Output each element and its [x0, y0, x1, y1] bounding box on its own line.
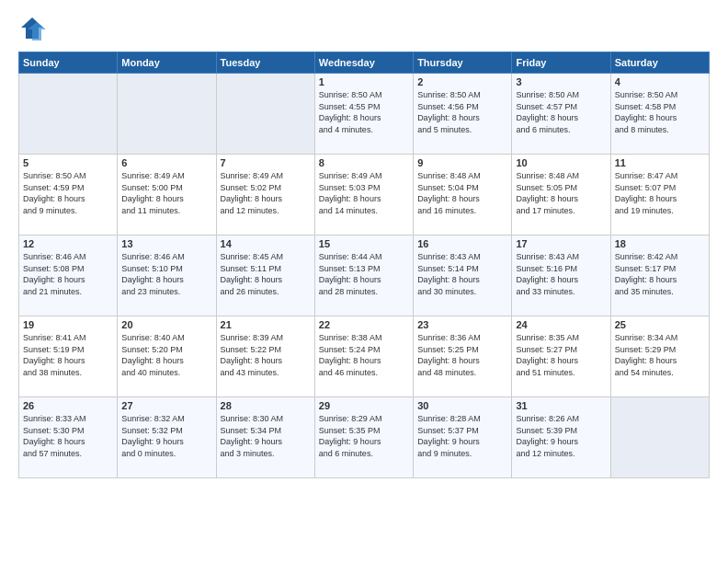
day-number: 13: [121, 238, 211, 249]
week-row-2: 12Sunrise: 8:46 AM Sunset: 5:08 PM Dayli…: [19, 236, 710, 316]
header: [18, 15, 710, 42]
day-cell: [216, 74, 314, 155]
header-cell-tuesday: Tuesday: [216, 52, 314, 74]
day-cell: 6Sunrise: 8:49 AM Sunset: 5:00 PM Daylig…: [118, 155, 216, 236]
day-number: 17: [516, 238, 606, 249]
day-info: Sunrise: 8:43 AM Sunset: 5:16 PM Dayligh…: [516, 251, 606, 297]
day-info: Sunrise: 8:45 AM Sunset: 5:11 PM Dayligh…: [221, 251, 311, 297]
day-cell: 15Sunrise: 8:44 AM Sunset: 5:13 PM Dayli…: [314, 236, 413, 316]
day-cell: 17Sunrise: 8:43 AM Sunset: 5:16 PM Dayli…: [512, 236, 610, 316]
day-info: Sunrise: 8:29 AM Sunset: 5:35 PM Dayligh…: [319, 413, 409, 459]
day-cell: [118, 74, 216, 155]
day-number: 1: [319, 76, 409, 87]
header-row: SundayMondayTuesdayWednesdayThursdayFrid…: [19, 52, 710, 74]
day-info: Sunrise: 8:48 AM Sunset: 5:04 PM Dayligh…: [417, 170, 507, 216]
day-cell: 7Sunrise: 8:49 AM Sunset: 5:02 PM Daylig…: [216, 155, 314, 236]
day-number: 16: [417, 238, 507, 249]
day-info: Sunrise: 8:38 AM Sunset: 5:24 PM Dayligh…: [319, 332, 409, 378]
day-info: Sunrise: 8:36 AM Sunset: 5:25 PM Dayligh…: [417, 332, 507, 378]
day-cell: 28Sunrise: 8:30 AM Sunset: 5:34 PM Dayli…: [216, 397, 314, 478]
day-number: 19: [23, 319, 113, 330]
day-info: Sunrise: 8:42 AM Sunset: 5:17 PM Dayligh…: [615, 251, 705, 297]
day-info: Sunrise: 8:35 AM Sunset: 5:27 PM Dayligh…: [516, 332, 606, 378]
day-info: Sunrise: 8:50 AM Sunset: 4:59 PM Dayligh…: [23, 170, 113, 216]
day-info: Sunrise: 8:44 AM Sunset: 5:13 PM Dayligh…: [319, 251, 409, 297]
day-number: 20: [121, 319, 211, 330]
day-info: Sunrise: 8:50 AM Sunset: 4:55 PM Dayligh…: [319, 89, 409, 135]
day-number: 25: [615, 319, 705, 330]
day-number: 9: [417, 157, 507, 168]
day-cell: 19Sunrise: 8:41 AM Sunset: 5:19 PM Dayli…: [19, 316, 118, 397]
week-row-3: 19Sunrise: 8:41 AM Sunset: 5:19 PM Dayli…: [19, 316, 710, 397]
day-number: 15: [319, 238, 409, 249]
day-info: Sunrise: 8:26 AM Sunset: 5:39 PM Dayligh…: [516, 413, 606, 459]
day-info: Sunrise: 8:34 AM Sunset: 5:29 PM Dayligh…: [615, 332, 705, 378]
day-cell: 27Sunrise: 8:32 AM Sunset: 5:32 PM Dayli…: [118, 397, 216, 478]
day-info: Sunrise: 8:50 AM Sunset: 4:56 PM Dayligh…: [417, 89, 507, 135]
day-number: 21: [221, 319, 311, 330]
day-cell: 9Sunrise: 8:48 AM Sunset: 5:04 PM Daylig…: [414, 155, 512, 236]
day-number: 29: [319, 400, 409, 411]
logo: [18, 15, 50, 42]
header-cell-thursday: Thursday: [414, 52, 512, 74]
day-cell: 1Sunrise: 8:50 AM Sunset: 4:55 PM Daylig…: [314, 74, 413, 155]
week-row-1: 5Sunrise: 8:50 AM Sunset: 4:59 PM Daylig…: [19, 155, 710, 236]
day-cell: 11Sunrise: 8:47 AM Sunset: 5:07 PM Dayli…: [610, 155, 709, 236]
day-info: Sunrise: 8:49 AM Sunset: 5:02 PM Dayligh…: [221, 170, 311, 216]
day-cell: 30Sunrise: 8:28 AM Sunset: 5:37 PM Dayli…: [414, 397, 512, 478]
day-cell: 25Sunrise: 8:34 AM Sunset: 5:29 PM Dayli…: [610, 316, 709, 397]
day-number: 3: [516, 76, 606, 87]
day-info: Sunrise: 8:46 AM Sunset: 5:10 PM Dayligh…: [121, 251, 211, 297]
day-cell: 18Sunrise: 8:42 AM Sunset: 5:17 PM Dayli…: [610, 236, 709, 316]
day-cell: 12Sunrise: 8:46 AM Sunset: 5:08 PM Dayli…: [19, 236, 118, 316]
day-number: 28: [221, 400, 311, 411]
day-info: Sunrise: 8:32 AM Sunset: 5:32 PM Dayligh…: [121, 413, 211, 459]
header-cell-monday: Monday: [118, 52, 216, 74]
day-cell: 5Sunrise: 8:50 AM Sunset: 4:59 PM Daylig…: [19, 155, 118, 236]
day-cell: 23Sunrise: 8:36 AM Sunset: 5:25 PM Dayli…: [414, 316, 512, 397]
header-cell-friday: Friday: [512, 52, 610, 74]
header-cell-wednesday: Wednesday: [314, 52, 413, 74]
day-number: 23: [417, 319, 507, 330]
day-cell: 29Sunrise: 8:29 AM Sunset: 5:35 PM Dayli…: [314, 397, 413, 478]
page: SundayMondayTuesdayWednesdayThursdayFrid…: [0, 0, 728, 563]
day-info: Sunrise: 8:47 AM Sunset: 5:07 PM Dayligh…: [615, 170, 705, 216]
day-number: 2: [417, 76, 507, 87]
logo-icon: [18, 15, 46, 42]
day-number: 30: [417, 400, 507, 411]
day-number: 12: [23, 238, 113, 249]
day-number: 14: [221, 238, 311, 249]
day-cell: 8Sunrise: 8:49 AM Sunset: 5:03 PM Daylig…: [314, 155, 413, 236]
day-cell: 16Sunrise: 8:43 AM Sunset: 5:14 PM Dayli…: [414, 236, 512, 316]
week-row-0: 1Sunrise: 8:50 AM Sunset: 4:55 PM Daylig…: [19, 74, 710, 155]
day-info: Sunrise: 8:40 AM Sunset: 5:20 PM Dayligh…: [121, 332, 211, 378]
day-number: 8: [319, 157, 409, 168]
day-info: Sunrise: 8:50 AM Sunset: 4:58 PM Dayligh…: [615, 89, 705, 135]
day-cell: 2Sunrise: 8:50 AM Sunset: 4:56 PM Daylig…: [414, 74, 512, 155]
day-cell: 31Sunrise: 8:26 AM Sunset: 5:39 PM Dayli…: [512, 397, 610, 478]
day-info: Sunrise: 8:46 AM Sunset: 5:08 PM Dayligh…: [23, 251, 113, 297]
header-cell-saturday: Saturday: [610, 52, 709, 74]
week-row-4: 26Sunrise: 8:33 AM Sunset: 5:30 PM Dayli…: [19, 397, 710, 478]
day-cell: 24Sunrise: 8:35 AM Sunset: 5:27 PM Dayli…: [512, 316, 610, 397]
day-cell: 14Sunrise: 8:45 AM Sunset: 5:11 PM Dayli…: [216, 236, 314, 316]
day-cell: 22Sunrise: 8:38 AM Sunset: 5:24 PM Dayli…: [314, 316, 413, 397]
calendar-table: SundayMondayTuesdayWednesdayThursdayFrid…: [18, 52, 710, 478]
day-info: Sunrise: 8:50 AM Sunset: 4:57 PM Dayligh…: [516, 89, 606, 135]
day-cell: [19, 74, 118, 155]
day-number: 4: [615, 76, 705, 87]
day-number: 18: [615, 238, 705, 249]
day-cell: 21Sunrise: 8:39 AM Sunset: 5:22 PM Dayli…: [216, 316, 314, 397]
day-number: 7: [221, 157, 311, 168]
day-cell: 26Sunrise: 8:33 AM Sunset: 5:30 PM Dayli…: [19, 397, 118, 478]
day-number: 31: [516, 400, 606, 411]
day-info: Sunrise: 8:49 AM Sunset: 5:03 PM Dayligh…: [319, 170, 409, 216]
header-cell-sunday: Sunday: [19, 52, 118, 74]
day-cell: [610, 397, 709, 478]
day-number: 5: [23, 157, 113, 168]
day-number: 26: [23, 400, 113, 411]
day-info: Sunrise: 8:30 AM Sunset: 5:34 PM Dayligh…: [221, 413, 311, 459]
day-cell: 10Sunrise: 8:48 AM Sunset: 5:05 PM Dayli…: [512, 155, 610, 236]
day-info: Sunrise: 8:41 AM Sunset: 5:19 PM Dayligh…: [23, 332, 113, 378]
day-cell: 4Sunrise: 8:50 AM Sunset: 4:58 PM Daylig…: [610, 74, 709, 155]
